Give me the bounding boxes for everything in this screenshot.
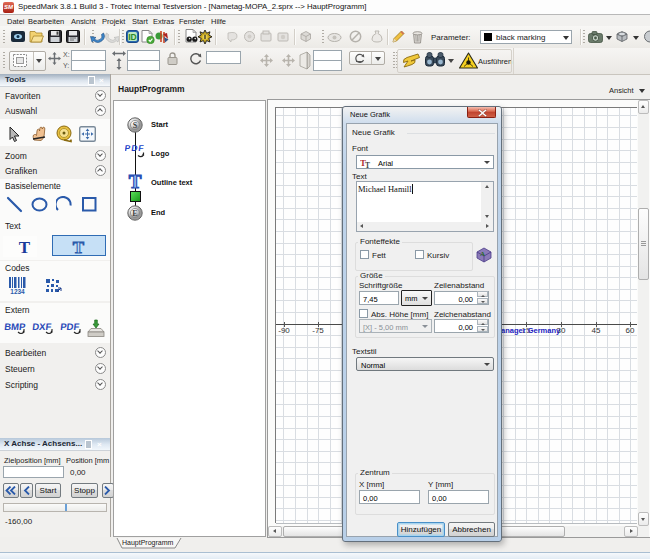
svg-text:T: T (73, 238, 85, 256)
svg-text:A: A (480, 250, 485, 258)
svg-text:DXF: DXF (32, 321, 52, 332)
svg-text:T: T (19, 238, 31, 255)
svg-text:S: S (133, 121, 138, 130)
svg-text:PDF: PDF (60, 321, 80, 332)
svg-text:E: E (132, 209, 137, 218)
svg-text:PDF: PDF (125, 143, 144, 153)
svg-text:T: T (365, 161, 370, 169)
svg-text:1234: 1234 (10, 288, 25, 295)
svg-text:T: T (129, 171, 142, 192)
svg-text:BMP: BMP (4, 321, 27, 332)
